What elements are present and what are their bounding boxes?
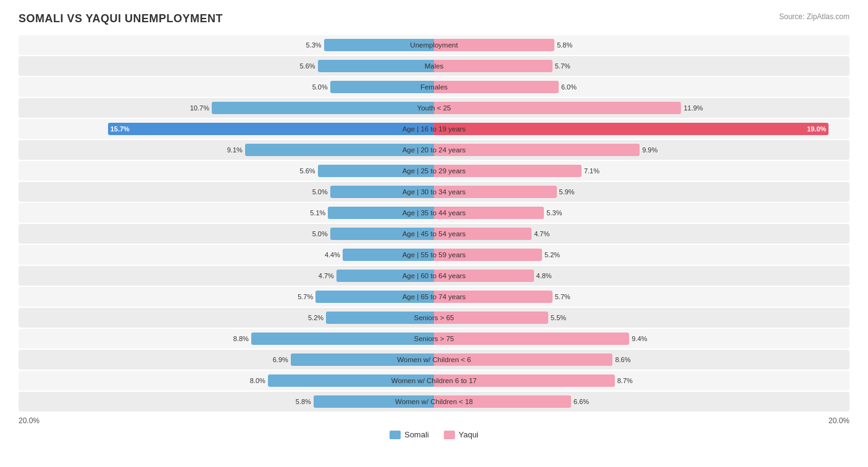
chart-header: SOMALI VS YAQUI UNEMPLOYMENT Source: Zip…: [19, 12, 849, 25]
bar-row-wrapper: 8.0%8.7%Women w/ Children 6 to 17: [19, 371, 849, 391]
axis-right-val: 20.0%: [828, 416, 849, 425]
axis-left: 20.0%: [19, 416, 434, 425]
bar-row-wrapper: 4.7%4.8%Age | 60 to 64 years: [19, 266, 849, 286]
bar-row-wrapper: 5.6%7.1%Age | 25 to 29 years: [19, 161, 849, 181]
bar-row-wrapper: 8.8%9.4%Seniors > 75: [19, 329, 849, 349]
bar-row-wrapper: 9.1%9.9%Age | 20 to 24 years: [19, 140, 849, 160]
bar-row-wrapper: 5.0%5.9%Age | 30 to 34 years: [19, 182, 849, 202]
chart-source: Source: ZipAtlas.com: [779, 12, 849, 21]
chart-title: SOMALI VS YAQUI UNEMPLOYMENT: [19, 12, 223, 25]
bar-row-wrapper: 15.7%15.7%19.0%19.0%Age | 16 to 19 years: [19, 119, 849, 139]
legend-somali-box: [390, 431, 401, 439]
bar-row-wrapper: 5.6%5.7%Males: [19, 56, 849, 76]
bar-row-wrapper: 5.3%5.8%Unemployment: [19, 35, 849, 55]
bar-row-wrapper: 4.4%5.2%Age | 55 to 59 years: [19, 245, 849, 265]
bar-row-wrapper: 5.0%6.0%Females: [19, 77, 849, 97]
bar-row-wrapper: 10.7%11.9%Youth < 25: [19, 98, 849, 118]
legend-yaqui-label: Yaqui: [459, 430, 478, 439]
bar-row-wrapper: 5.8%6.6%Women w/ Children < 18: [19, 392, 849, 411]
bar-row-wrapper: 5.0%4.7%Age | 45 to 54 years: [19, 224, 849, 244]
legend: Somali Yaqui: [19, 430, 849, 439]
bar-row-wrapper: 5.2%5.5%Seniors > 65: [19, 308, 849, 328]
legend-somali-label: Somali: [404, 430, 429, 439]
axis-row: 20.0% 20.0%: [19, 416, 849, 425]
chart-container: SOMALI VS YAQUI UNEMPLOYMENT Source: Zip…: [19, 12, 849, 439]
bar-row-wrapper: 5.1%5.3%Age | 35 to 44 years: [19, 203, 849, 223]
axis-left-val: 20.0%: [19, 416, 40, 425]
legend-yaqui-box: [444, 431, 455, 439]
bar-row-wrapper: 5.7%5.7%Age | 65 to 74 years: [19, 287, 849, 307]
legend-yaqui: Yaqui: [444, 430, 478, 439]
chart-rows-area: 5.3%5.8%Unemployment5.6%5.7%Males5.0%6.0…: [19, 35, 849, 411]
legend-somali: Somali: [390, 430, 429, 439]
axis-right: 20.0%: [434, 416, 849, 425]
bar-row-wrapper: 6.9%8.6%Women w/ Children < 6: [19, 350, 849, 370]
